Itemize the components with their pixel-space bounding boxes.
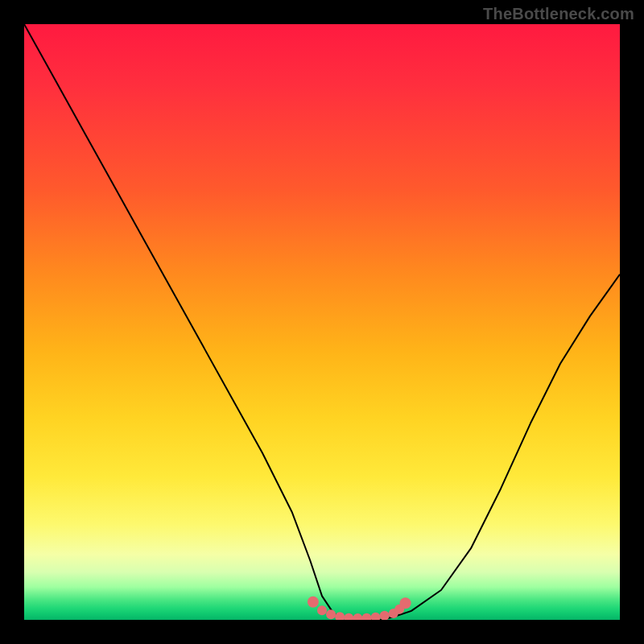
bottleneck-curve-path [24, 24, 620, 620]
valley-marker-dot [335, 612, 345, 620]
valley-marker-group [308, 597, 411, 620]
curve-layer [24, 24, 620, 620]
valley-marker-dot [400, 597, 411, 609]
valley-marker-dot [380, 611, 390, 620]
valley-marker-dot [371, 613, 381, 620]
valley-marker-dot [308, 597, 319, 608]
watermark-text: TheBottleneck.com [483, 5, 634, 23]
plot-area [24, 24, 620, 620]
valley-marker-dot [362, 613, 372, 620]
valley-marker-dot [326, 609, 336, 619]
valley-marker-dot [353, 613, 362, 620]
valley-marker-dot [317, 605, 327, 615]
chart-stage: TheBottleneck.com [0, 0, 644, 644]
valley-marker-dot [344, 613, 353, 620]
